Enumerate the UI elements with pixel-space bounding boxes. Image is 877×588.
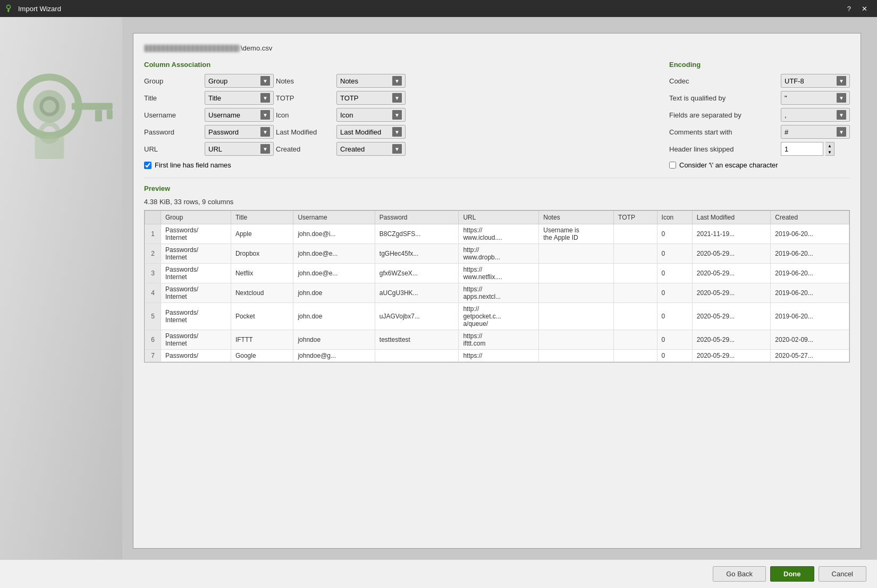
col-header-username: Username	[293, 211, 375, 224]
dialog-content: \demo.csv Column Association Group Group	[133, 33, 861, 548]
col-header-group: Group	[161, 211, 231, 224]
keepass-logo	[3, 60, 120, 177]
codec-select[interactable]: UTF-8 ▼	[781, 74, 850, 88]
file-path-blur	[144, 45, 240, 52]
col-header-notes: Notes	[539, 211, 614, 224]
col-header-title: Title	[231, 211, 293, 224]
fields-separated-select[interactable]: , ▼	[781, 108, 850, 122]
spinner-down[interactable]: ▼	[825, 149, 834, 155]
cell-password	[375, 350, 459, 362]
escape-row: Consider '\' an escape character	[669, 161, 850, 169]
assoc-label-username: Username	[144, 111, 203, 119]
col-header-created: Created	[771, 211, 849, 224]
assoc-select-notes[interactable]: Notes ▼	[336, 74, 406, 88]
dropdown-arrow-password: ▼	[260, 127, 270, 137]
row-num: 3	[145, 264, 161, 283]
cell-group: Passwords/Internet	[161, 283, 231, 303]
first-line-checkbox[interactable]	[144, 162, 151, 169]
close-button[interactable]: ✕	[857, 4, 872, 14]
assoc-select-title[interactable]: Title ▼	[205, 91, 274, 105]
assoc-select-group[interactable]: Group ▼	[205, 74, 274, 88]
dropdown-arrow-totp: ▼	[392, 93, 402, 103]
dropdown-arrow-comments: ▼	[837, 127, 846, 137]
assoc-label-notes: Notes	[276, 77, 334, 85]
cell-username: johndoe	[293, 330, 375, 350]
comments-value: #	[785, 128, 837, 136]
cell-username: john.doe	[293, 303, 375, 330]
cell-title: Dropbox	[231, 244, 293, 264]
cell-last-modified: 2020-05-29...	[692, 244, 771, 264]
text-qualified-label: Text is qualified by	[669, 94, 779, 102]
dropdown-arrow-fields-separated: ▼	[837, 110, 846, 120]
header-skip-value: 1	[785, 145, 788, 153]
row-num: 7	[145, 350, 161, 362]
cell-totp	[614, 283, 657, 303]
bottom-bar: Go Back Done Cancel	[0, 559, 877, 588]
header-skip-input[interactable]: 1	[781, 142, 823, 156]
row-num: 5	[145, 303, 161, 330]
assoc-select-last-modified[interactable]: Last Modified ▼	[336, 125, 406, 139]
dropdown-arrow-last-modified: ▼	[392, 127, 402, 137]
col-header-url: URL	[459, 211, 539, 224]
dropdown-arrow-codec: ▼	[837, 76, 846, 86]
dropdown-arrow-group: ▼	[260, 76, 270, 86]
cell-notes	[539, 264, 614, 283]
cell-totp	[614, 244, 657, 264]
left-background	[0, 17, 122, 559]
cell-last-modified: 2020-05-29...	[692, 303, 771, 330]
codec-label: Codec	[669, 77, 779, 85]
cell-username: john.doe@e...	[293, 244, 375, 264]
encoding-section: Encoding Codec UTF-8 ▼ Text is qualified…	[669, 61, 850, 169]
spinner-up[interactable]: ▲	[825, 142, 834, 149]
cell-last-modified: 2020-05-29...	[692, 350, 771, 362]
dropdown-arrow-title: ▼	[260, 93, 270, 103]
cell-group: Passwords/	[161, 350, 231, 362]
cell-icon: 0	[657, 283, 692, 303]
cell-url: http://getpocket.c...a/queue/	[459, 303, 539, 330]
cell-notes	[539, 303, 614, 330]
svg-point-0	[7, 5, 11, 9]
row-num: 1	[145, 224, 161, 244]
text-qualified-select[interactable]: " ▼	[781, 91, 850, 105]
cell-notes	[539, 330, 614, 350]
cell-group: Passwords/Internet	[161, 303, 231, 330]
row-num: 6	[145, 330, 161, 350]
comments-select[interactable]: # ▼	[781, 125, 850, 139]
right-area: \demo.csv Column Association Group Group	[122, 17, 877, 559]
preview-table-body: 1 Passwords/Internet Apple john.doe@i...…	[145, 224, 849, 362]
titlebar: Import Wizard ? ✕	[0, 0, 877, 17]
assoc-select-icon[interactable]: Icon ▼	[336, 108, 406, 122]
assoc-label-url: URL	[144, 145, 203, 153]
assoc-select-username[interactable]: Username ▼	[205, 108, 274, 122]
cell-last-modified: 2020-05-29...	[692, 264, 771, 283]
dropdown-arrow-created: ▼	[392, 144, 402, 154]
cell-password: aUCgU3HK...	[375, 283, 459, 303]
dropdown-arrow-icon: ▼	[392, 110, 402, 120]
cancel-button[interactable]: Cancel	[819, 566, 866, 582]
done-button[interactable]: Done	[770, 566, 814, 582]
cell-url: https://	[459, 350, 539, 362]
col-header-icon: Icon	[657, 211, 692, 224]
col-header-totp: TOTP	[614, 211, 657, 224]
cell-username: john.doe@i...	[293, 224, 375, 244]
cell-totp	[614, 303, 657, 330]
table-row: 2 Passwords/Internet Dropbox john.doe@e.…	[145, 244, 849, 264]
cell-url: https://www.icloud....	[459, 224, 539, 244]
cell-url: http://www.dropb...	[459, 244, 539, 264]
escape-label: Consider '\' an escape character	[679, 161, 778, 169]
cell-group: Passwords/Internet	[161, 224, 231, 244]
escape-checkbox[interactable]	[669, 162, 676, 169]
go-back-button[interactable]: Go Back	[713, 566, 766, 582]
assoc-label-last-modified: Last Modified	[276, 128, 334, 136]
comments-label: Comments start with	[669, 128, 779, 136]
window-title: Import Wizard	[18, 5, 61, 13]
assoc-select-created[interactable]: Created ▼	[336, 142, 406, 156]
dropdown-arrow-notes: ▼	[392, 76, 402, 86]
cell-icon: 0	[657, 303, 692, 330]
assoc-select-url[interactable]: URL ▼	[205, 142, 274, 156]
cell-url: https://ifttt.com	[459, 330, 539, 350]
assoc-select-password[interactable]: Password ▼	[205, 125, 274, 139]
encoding-grid: Codec UTF-8 ▼ Text is qualified by " ▼	[669, 74, 850, 169]
assoc-select-totp[interactable]: TOTP ▼	[336, 91, 406, 105]
help-button[interactable]: ?	[843, 4, 855, 14]
